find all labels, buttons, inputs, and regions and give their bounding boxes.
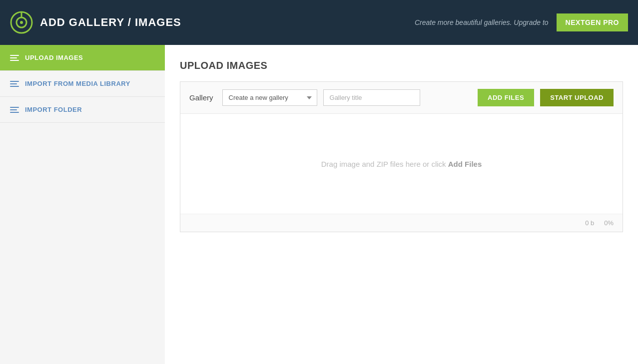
drop-zone-link: Add Files xyxy=(448,160,482,168)
nextgen-pro-button[interactable]: NEXTGEN PRO xyxy=(557,13,628,31)
upload-size: 0 b xyxy=(585,219,594,227)
header-title: ADD GALLERY / IMAGES xyxy=(40,16,181,29)
drop-zone-text: Drag image and ZIP files here or click A… xyxy=(321,160,482,168)
sliders-icon-3 xyxy=(10,107,19,113)
sidebar: UPLOAD IMAGES IMPORT FROM MEDIA LIBRARY … xyxy=(0,45,165,364)
app-logo xyxy=(10,11,33,34)
sidebar-item-import-folder[interactable]: IMPORT FOLDER xyxy=(0,97,165,123)
drop-zone[interactable]: Drag image and ZIP files here or click A… xyxy=(180,114,623,214)
app-header: ADD GALLERY / IMAGES Create more beautif… xyxy=(0,0,638,45)
start-upload-button[interactable]: START UPLOAD xyxy=(540,89,614,106)
header-right: Create more beautiful galleries. Upgrade… xyxy=(415,13,628,31)
add-files-button[interactable]: ADD FILES xyxy=(478,89,534,106)
sidebar-item-import-media-label: IMPORT FROM MEDIA LIBRARY xyxy=(25,80,130,87)
svg-point-2 xyxy=(20,21,23,24)
gallery-title-input[interactable] xyxy=(323,89,420,106)
sidebar-item-import-folder-label: IMPORT FOLDER xyxy=(25,106,82,113)
upload-panel: Gallery Create a new gallery ADD FILES S… xyxy=(180,81,623,232)
page-title: UPLOAD IMAGES xyxy=(180,60,623,71)
upload-footer: 0 b 0% xyxy=(180,214,623,232)
header-left: ADD GALLERY / IMAGES xyxy=(10,11,181,34)
sidebar-item-upload-images[interactable]: UPLOAD IMAGES xyxy=(0,45,165,71)
gallery-label: Gallery xyxy=(189,93,213,102)
header-tagline: Create more beautiful galleries. Upgrade… xyxy=(415,18,549,26)
main-content: UPLOAD IMAGES Gallery Create a new galle… xyxy=(165,45,638,364)
sidebar-item-upload-images-label: UPLOAD IMAGES xyxy=(25,54,83,61)
sidebar-item-import-media[interactable]: IMPORT FROM MEDIA LIBRARY xyxy=(0,71,165,97)
upload-toolbar: Gallery Create a new gallery ADD FILES S… xyxy=(180,82,623,114)
main-layout: UPLOAD IMAGES IMPORT FROM MEDIA LIBRARY … xyxy=(0,45,638,364)
gallery-select[interactable]: Create a new gallery xyxy=(222,89,317,106)
sliders-icon xyxy=(10,55,19,61)
sliders-icon-2 xyxy=(10,81,19,87)
upload-percent: 0% xyxy=(604,219,614,227)
